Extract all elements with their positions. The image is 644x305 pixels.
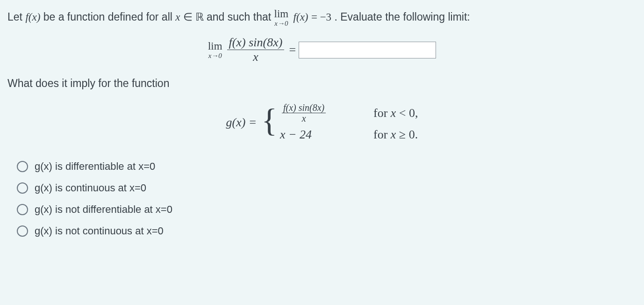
intro-lim-fx: f(x)	[293, 11, 308, 23]
intro-part3: and such that	[207, 11, 274, 23]
intro-part4: . Evaluate the following limit:	[335, 11, 470, 23]
option-not-continuous[interactable]: g(x) is not continuous at x=0	[17, 225, 637, 237]
radio-icon[interactable]	[17, 225, 28, 237]
radio-icon[interactable]	[17, 182, 28, 194]
main-lim-block: lim x→0	[208, 41, 222, 59]
case1-cond: for x < 0,	[373, 106, 418, 120]
options-list: g(x) is differentiable at x=0 g(x) is co…	[7, 160, 637, 237]
case1-num: f(x) sin(8x)	[282, 103, 326, 113]
radio-icon[interactable]	[17, 161, 28, 172]
cases-column: f(x) sin(8x) x for x < 0, x − 24 for x ≥…	[280, 103, 418, 142]
case2-cond: for x ≥ 0.	[373, 128, 418, 142]
intro-lim-block: lim x→0	[274, 8, 289, 27]
option-differentiable[interactable]: g(x) is differentiable at x=0	[17, 160, 637, 173]
option-continuous[interactable]: g(x) is continuous at x=0	[17, 182, 637, 194]
intro-x: x	[175, 11, 180, 23]
option-label: g(x) is not differentiable at x=0	[35, 203, 172, 216]
intro-part2: be a function defined for all	[43, 11, 176, 23]
intro-lim-label: lim	[274, 8, 289, 19]
intro-R: ℝ	[195, 11, 204, 23]
main-fraction: f(x) sin(8x) x	[227, 36, 285, 63]
case-2: x − 24 for x ≥ 0.	[280, 128, 418, 142]
intro-elem: ∈	[183, 11, 195, 23]
brace-icon: {	[261, 108, 277, 134]
subquestion-text: What does it imply for the function	[7, 77, 637, 90]
case1-expr: f(x) sin(8x) x	[280, 103, 355, 123]
intro-part1: Let	[7, 11, 25, 23]
intro-fx: f(x)	[25, 11, 40, 23]
case-1: f(x) sin(8x) x for x < 0,	[280, 103, 418, 123]
option-label: g(x) is not continuous at x=0	[35, 225, 164, 237]
gx-lhs: g(x) =	[226, 116, 257, 130]
intro-lim-sub: x→0	[274, 20, 288, 27]
case2-expr: x − 24	[280, 128, 355, 142]
option-label: g(x) is continuous at x=0	[35, 182, 146, 194]
gx-definition: g(x) = { f(x) sin(8x) x for x < 0, x − 2…	[7, 103, 637, 142]
case1-fraction: f(x) sin(8x) x	[282, 103, 326, 123]
main-lim-sub: x→0	[208, 52, 222, 59]
case1-den: x	[301, 113, 308, 123]
main-limit-row: lim x→0 f(x) sin(8x) x =	[7, 36, 637, 63]
answer-input[interactable]	[299, 42, 436, 58]
radio-icon[interactable]	[17, 204, 28, 215]
main-fraction-num: f(x) sin(8x)	[227, 36, 285, 50]
main-lim-label: lim	[208, 41, 222, 51]
intro-eq: = −3	[311, 11, 331, 23]
question-intro: Let f(x) be a function defined for all x…	[7, 8, 637, 27]
main-fraction-den: x	[251, 50, 260, 63]
option-label: g(x) is differentiable at x=0	[35, 160, 155, 173]
option-not-differentiable[interactable]: g(x) is not differentiable at x=0	[17, 203, 637, 216]
equals-sign: =	[289, 43, 296, 57]
